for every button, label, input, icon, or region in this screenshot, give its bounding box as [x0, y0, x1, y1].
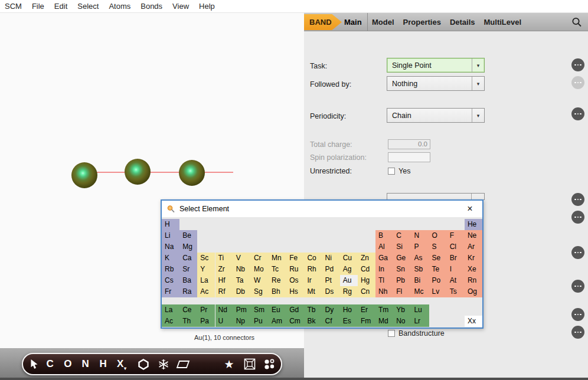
element-cell-B[interactable]: B: [375, 230, 393, 241]
element-cell-Rb[interactable]: Rb: [162, 264, 179, 275]
element-cell-Si[interactable]: Si: [393, 241, 411, 253]
more-options-button[interactable]: [571, 193, 584, 206]
element-cell-Lr[interactable]: Lr: [411, 316, 429, 327]
element-cell-Cl[interactable]: Cl: [447, 241, 465, 253]
menu-item-atoms[interactable]: Atoms: [109, 2, 130, 11]
element-cell-Ac[interactable]: Ac: [162, 316, 179, 327]
element-cell-Nd[interactable]: Nd: [215, 304, 233, 316]
element-cell-Ca[interactable]: Ca: [179, 253, 197, 264]
favorites-button[interactable]: ★: [224, 354, 234, 374]
element-cell-Lu[interactable]: Lu: [411, 304, 429, 316]
element-cell-La[interactable]: La: [162, 304, 179, 316]
element-cell-Eu[interactable]: Eu: [269, 304, 286, 316]
element-cell-Cr[interactable]: Cr: [251, 253, 269, 264]
element-cell-Db[interactable]: Db: [233, 286, 251, 297]
element-cell-Nb[interactable]: Nb: [233, 264, 251, 275]
periodicity-dropdown[interactable]: Chain ▾: [387, 108, 485, 123]
dialog-titlebar[interactable]: Select Element ×: [162, 201, 482, 217]
element-cell-Tl[interactable]: Tl: [375, 275, 393, 286]
element-cell-Kr[interactable]: Kr: [465, 253, 482, 264]
close-icon[interactable]: ×: [463, 202, 477, 216]
element-cell-Sb[interactable]: Sb: [411, 264, 429, 275]
element-cell-S[interactable]: S: [429, 241, 447, 253]
band-product-tab[interactable]: BAND: [304, 14, 342, 30]
more-options-button[interactable]: [571, 280, 584, 293]
element-cell-Sm[interactable]: Sm: [251, 304, 269, 316]
element-cell-Bk[interactable]: Bk: [304, 316, 322, 327]
element-cell-Ac[interactable]: Ac: [197, 286, 215, 297]
element-cell-Fm[interactable]: Fm: [358, 316, 375, 327]
more-options-button[interactable]: [571, 211, 584, 224]
element-cell-Nh[interactable]: Nh: [375, 286, 393, 297]
task-dropdown[interactable]: Single Point ▾: [387, 58, 485, 73]
element-cell-Ga[interactable]: Ga: [375, 253, 393, 264]
element-cell-Cn[interactable]: Cn: [358, 286, 375, 297]
tab-model[interactable]: Model: [372, 18, 394, 27]
element-cell-Fl[interactable]: Fl: [393, 286, 411, 297]
element-cell-Ra[interactable]: Ra: [179, 286, 197, 297]
element-cell-Rg[interactable]: Rg: [340, 286, 358, 297]
element-cell-Cs[interactable]: Cs: [162, 275, 179, 286]
element-cell-Ts[interactable]: Ts: [447, 286, 465, 297]
element-cell-Tm[interactable]: Tm: [375, 304, 393, 316]
gold-atom[interactable]: [71, 162, 97, 188]
element-cell-U[interactable]: U: [215, 316, 233, 327]
menu-item-edit[interactable]: Edit: [54, 2, 67, 11]
element-cell-Pu[interactable]: Pu: [251, 316, 269, 327]
element-cell-Gd[interactable]: Gd: [286, 304, 304, 316]
element-cell-Pm[interactable]: Pm: [233, 304, 251, 316]
element-cell-C[interactable]: C: [393, 230, 411, 241]
presets-button[interactable]: [263, 354, 276, 374]
element-cell-Rn[interactable]: Rn: [465, 275, 482, 286]
element-cell-F[interactable]: F: [447, 230, 465, 241]
tab-details[interactable]: Details: [450, 18, 475, 27]
element-cell-Fr[interactable]: Fr: [162, 286, 179, 297]
element-cell-At[interactable]: At: [447, 275, 465, 286]
periodicity-more-options-button[interactable]: [571, 107, 584, 120]
element-cell-As[interactable]: As: [411, 253, 429, 264]
element-cell-Ir[interactable]: Ir: [304, 275, 322, 286]
element-cell-Os[interactable]: Os: [286, 275, 304, 286]
element-cell-Ho[interactable]: Ho: [340, 304, 358, 316]
element-cell-Y[interactable]: Y: [197, 264, 215, 275]
element-cell-Ag[interactable]: Ag: [340, 264, 358, 275]
element-cell-Zr[interactable]: Zr: [215, 264, 233, 275]
element-cell-Ge[interactable]: Ge: [393, 253, 411, 264]
element-cell-Xe[interactable]: Xe: [465, 264, 482, 275]
element-cell-Li[interactable]: Li: [162, 230, 179, 241]
element-cell-Th[interactable]: Th: [179, 316, 197, 327]
element-cell-Hf[interactable]: Hf: [215, 275, 233, 286]
task-more-options-button[interactable]: [571, 58, 584, 71]
element-cell-Ni[interactable]: Ni: [322, 253, 340, 264]
element-picker-button[interactable]: X ▾: [117, 354, 124, 374]
element-cell-Dy[interactable]: Dy: [322, 304, 340, 316]
element-cell-Md[interactable]: Md: [375, 316, 393, 327]
element-cell-O[interactable]: O: [429, 230, 447, 241]
menu-item-scm[interactable]: SCM: [5, 2, 22, 11]
menu-item-file[interactable]: File: [32, 2, 44, 11]
followed-by-dropdown[interactable]: Nothing ▾: [387, 76, 485, 91]
unrestricted-checkbox[interactable]: [388, 168, 395, 175]
element-cell-Bh[interactable]: Bh: [269, 286, 286, 297]
element-cell-I[interactable]: I: [447, 264, 465, 275]
element-cell-Tc[interactable]: Tc: [269, 264, 286, 275]
element-cell-Cd[interactable]: Cd: [358, 264, 375, 275]
element-cell-Sc[interactable]: Sc: [197, 253, 215, 264]
element-cell-H[interactable]: H: [162, 219, 179, 230]
element-cell-P[interactable]: P: [411, 241, 429, 253]
element-cell-Rh[interactable]: Rh: [304, 264, 322, 275]
element-cell-Np[interactable]: Np: [233, 316, 251, 327]
chevron-down-icon[interactable]: ▾: [472, 109, 484, 122]
element-cell-Ce[interactable]: Ce: [179, 304, 197, 316]
element-cell-Rf[interactable]: Rf: [215, 286, 233, 297]
chevron-down-icon[interactable]: ▾: [472, 77, 484, 90]
element-cell-Zn[interactable]: Zn: [358, 253, 375, 264]
element-cell-Cm[interactable]: Cm: [286, 316, 304, 327]
element-button-C[interactable]: C: [47, 354, 54, 374]
tab-properties[interactable]: Properties: [403, 18, 441, 27]
element-cell-Po[interactable]: Po: [429, 275, 447, 286]
element-cell-Og[interactable]: Og: [465, 286, 482, 297]
element-cell-Ba[interactable]: Ba: [179, 275, 197, 286]
element-cell-Au-selected[interactable]: Au: [340, 275, 358, 286]
menu-item-view[interactable]: View: [172, 2, 189, 11]
